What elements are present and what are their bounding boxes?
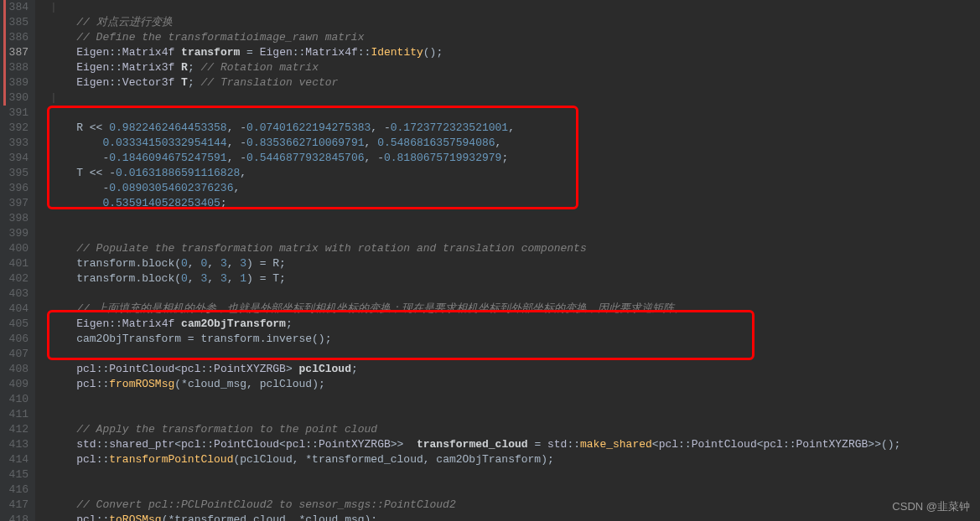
code-line[interactable] — [50, 482, 980, 498]
line-number[interactable]: 397 — [3, 196, 29, 211]
line-number[interactable]: 406 — [3, 332, 29, 347]
code-line[interactable] — [50, 211, 980, 226]
code-line[interactable]: Eigen::Matrix4f transform = Eigen::Matri… — [50, 45, 980, 60]
code-line[interactable] — [50, 226, 980, 241]
line-number[interactable]: 400 — [3, 241, 29, 256]
line-number[interactable]: 388 — [3, 60, 29, 75]
code-line[interactable] — [50, 286, 980, 302]
code-line[interactable] — [50, 392, 980, 407]
code-line[interactable]: 0.5359140528253405; — [50, 196, 980, 211]
line-number[interactable]: 384 — [3, 0, 29, 15]
code-line[interactable]: pcl::fromROSMsg(*cloud_msg, pclCloud); — [50, 377, 980, 392]
line-number[interactable]: 418 — [3, 513, 29, 521]
code-line[interactable]: | — [50, 90, 980, 106]
line-number[interactable]: 413 — [3, 437, 29, 452]
line-number[interactable]: 411 — [3, 407, 29, 422]
code-line[interactable]: T << -0.01631886591116828, — [50, 166, 980, 181]
line-number[interactable]: 390 — [3, 90, 29, 106]
line-number[interactable]: 403 — [3, 286, 29, 302]
line-number[interactable]: 404 — [3, 302, 29, 317]
line-number[interactable]: 389 — [3, 75, 29, 90]
line-number[interactable]: 409 — [3, 377, 29, 392]
code-line[interactable]: R << 0.9822462464453358, -0.074016221942… — [50, 121, 980, 136]
code-line[interactable]: | — [50, 0, 980, 15]
line-number[interactable]: 410 — [3, 392, 29, 407]
line-number[interactable]: 414 — [3, 452, 29, 467]
code-line[interactable]: Eigen::Matrix4f cam2ObjTransform; — [50, 317, 980, 332]
code-line[interactable]: pcl::toROSMsg(*transformed_cloud, *cloud… — [50, 513, 980, 521]
code-line[interactable] — [50, 407, 980, 422]
code-line[interactable]: 0.03334150332954144, -0.8353662710069791… — [50, 136, 980, 151]
line-number[interactable]: 398 — [3, 211, 29, 226]
line-number[interactable]: 416 — [3, 482, 29, 498]
code-editor-area[interactable]: | // 对点云进行变换 // Define the transformatio… — [35, 0, 980, 521]
line-number[interactable]: 408 — [3, 362, 29, 377]
line-number[interactable]: 392 — [3, 121, 29, 136]
code-line[interactable]: cam2ObjTransform = transform.inverse(); — [50, 332, 980, 347]
code-line[interactable]: Eigen::Matrix3f R; // Rotation matrix — [50, 60, 980, 75]
code-line[interactable]: // Populate the transformation matrix wi… — [50, 241, 980, 256]
line-number[interactable]: 391 — [3, 106, 29, 121]
code-line[interactable]: // Convert pcl::PCLPointCloud2 to sensor… — [50, 498, 980, 513]
line-number[interactable]: 399 — [3, 226, 29, 241]
code-line[interactable]: -0.1846094675247591, -0.5446877932845706… — [50, 151, 980, 166]
code-line[interactable]: // 上面填充的是相机的外参，也就是外部坐标到相机坐标的变换；现在是要求相机坐标… — [50, 302, 980, 317]
line-number[interactable]: 402 — [3, 271, 29, 286]
code-line[interactable]: std::shared_ptr<pcl::PointCloud<pcl::Poi… — [50, 437, 980, 452]
line-number[interactable]: 386 — [3, 30, 29, 45]
code-line[interactable]: pcl::PointCloud<pcl::PointXYZRGB> pclClo… — [50, 362, 980, 377]
line-number[interactable]: 405 — [3, 317, 29, 332]
line-number[interactable]: 395 — [3, 166, 29, 181]
code-line[interactable]: pcl::transformPointCloud(pclCloud, *tran… — [50, 452, 980, 467]
line-number[interactable]: 415 — [3, 467, 29, 482]
code-line[interactable] — [50, 347, 980, 362]
line-number[interactable]: 407 — [3, 347, 29, 362]
line-number[interactable]: 396 — [3, 181, 29, 196]
line-number[interactable]: 393 — [3, 136, 29, 151]
line-number[interactable]: 387 — [3, 45, 29, 60]
line-number[interactable]: 412 — [3, 422, 29, 437]
code-line[interactable]: transform.block(0, 3, 3, 1) = T; — [50, 271, 980, 286]
line-number[interactable]: 417 — [3, 498, 29, 513]
line-number[interactable]: 401 — [3, 256, 29, 271]
line-number-gutter: 3843853863873883893903913923933943953963… — [0, 0, 35, 521]
code-line[interactable] — [50, 106, 980, 121]
code-line[interactable]: -0.08903054602376236, — [50, 181, 980, 196]
code-line[interactable]: transform.block(0, 0, 3, 3) = R; — [50, 256, 980, 271]
code-line[interactable] — [50, 467, 980, 482]
code-line[interactable]: // Define the transformatioimage_rawn ma… — [50, 30, 980, 45]
line-number[interactable]: 394 — [3, 151, 29, 166]
line-number[interactable]: 385 — [3, 15, 29, 30]
code-line[interactable]: // Apply the transformation to the point… — [50, 422, 980, 437]
code-line[interactable]: Eigen::Vector3f T; // Translation vector — [50, 75, 980, 90]
code-line[interactable]: // 对点云进行变换 — [50, 15, 980, 30]
watermark-text: CSDN @韭菜钟 — [892, 499, 970, 514]
